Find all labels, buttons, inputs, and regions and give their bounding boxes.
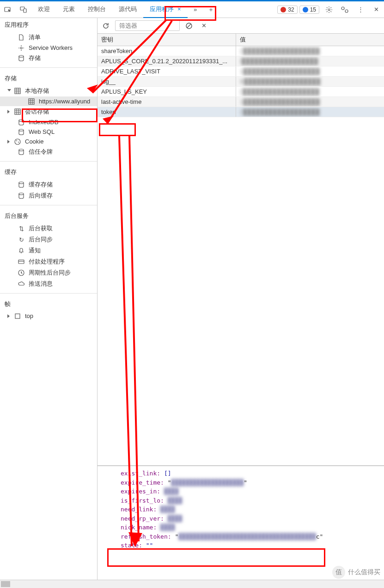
watermark-logo-icon: 值 [332, 566, 345, 579]
section-cache: 缓存 [0, 165, 97, 179]
cookie-icon [14, 138, 21, 145]
cell-key: isg__ [98, 77, 236, 86]
tab-sources[interactable]: 源代码 [112, 1, 143, 18]
detail-line: state: "" [121, 541, 379, 550]
svg-point-13 [15, 139, 20, 144]
warnings-badge[interactable]: 15 [299, 6, 319, 14]
chevron-down-icon [7, 89, 11, 93]
svg-point-4 [341, 7, 344, 10]
table-row[interactable]: shareToken{'██████████████████ [98, 46, 384, 56]
sidebar-item-cookie[interactable]: Cookie [0, 137, 97, 146]
settings-gear-icon[interactable] [321, 1, 337, 18]
document-icon [18, 34, 25, 41]
svg-point-7 [19, 55, 24, 57]
section-application: 应用程序 [0, 18, 97, 32]
gear-icon [18, 45, 25, 51]
cell-value: ['██████████████████ [236, 87, 384, 96]
sidebar-item-cache-storage[interactable]: 缓存存储 [0, 179, 97, 190]
experiments-icon[interactable] [337, 1, 353, 18]
table-row[interactable]: APLUS_LS_KEY['██████████████████ [98, 87, 384, 97]
svg-point-16 [19, 149, 24, 151]
sidebar-item-bg-sync[interactable]: ↻后台同步 [0, 234, 97, 245]
close-devtools-icon[interactable]: ✕ [368, 1, 384, 18]
svg-point-18 [19, 193, 24, 195]
svg-rect-10 [15, 109, 20, 114]
cell-key: shareToken [98, 46, 236, 56]
detail-line: expire_time: "████████████████████" [121, 478, 379, 487]
cell-value: B██████████████████ [236, 77, 384, 86]
tab-application[interactable]: 应用程序 × [143, 1, 188, 18]
tab-elements[interactable]: 元素 [56, 1, 81, 18]
frame-icon [14, 313, 21, 319]
refresh-icon: ↻ [18, 236, 25, 243]
cell-value: 1██████████████████ [236, 66, 384, 76]
sidebar-item-notifications[interactable]: 通知 [0, 245, 97, 256]
cell-value: /██████████████████ [236, 56, 384, 66]
sidebar-item-session-storage[interactable]: 会话存储 [0, 106, 97, 117]
section-frames: 帧 [0, 297, 97, 311]
kebab-menu-icon[interactable]: ⋮ [353, 1, 368, 18]
add-tab-icon[interactable]: ＋ [203, 1, 219, 18]
storage-table: 密钥 值 shareToken{'██████████████████APLUS… [98, 34, 384, 466]
sidebar-item-indexeddb[interactable]: IndexedDB [0, 117, 97, 127]
cell-key: last-active-time [98, 97, 236, 107]
bell-icon [18, 247, 25, 254]
svg-point-3 [328, 9, 330, 11]
errors-badge[interactable]: 32 [277, 6, 297, 14]
tab-close-icon[interactable]: × [177, 6, 181, 12]
sidebar-item-periodic[interactable]: 周期性后台同步 [0, 267, 97, 278]
column-header-key[interactable]: 密钥 [98, 34, 236, 46]
svg-point-11 [19, 120, 24, 121]
cloud-icon [18, 281, 25, 287]
svg-rect-21 [15, 314, 20, 318]
clear-all-button[interactable] [183, 20, 195, 31]
sidebar-item-payment[interactable]: 付款处理程序 [0, 256, 97, 267]
sidebar-item-trust-tokens[interactable]: 信任令牌 [0, 146, 97, 157]
tab-welcome[interactable]: 欢迎 [31, 1, 56, 18]
devtools-tabbar: 欢迎 元素 控制台 源代码 应用程序 × » ＋ 32 15 ⋮ ✕ [0, 1, 384, 18]
more-tabs-icon[interactable]: » [188, 1, 203, 18]
table-row[interactable]: APLUS_S_CORE_0.21.2_20220112193331_.../█… [98, 56, 384, 66]
detail-line: need_link: ████ [121, 505, 379, 514]
card-icon [18, 258, 25, 265]
svg-rect-19 [18, 260, 24, 264]
sidebar-item-bg-fetch[interactable]: ⇅后台获取 [0, 223, 97, 234]
column-header-value[interactable]: 值 [236, 34, 384, 46]
sidebar-item-back-forward-cache[interactable]: 后向缓存 [0, 190, 97, 201]
grid-icon [28, 98, 35, 105]
chevron-right-icon [7, 110, 10, 114]
table-row[interactable]: last-active-time1██████████████████ [98, 97, 384, 107]
detail-line: expires_in: ████ [121, 487, 379, 496]
svg-point-14 [16, 140, 17, 141]
table-row[interactable]: ADRIVE_LAST_VISIT1██████████████████ [98, 66, 384, 77]
sidebar-item-websql[interactable]: Web SQL [0, 127, 97, 137]
sidebar-item-push[interactable]: 推送消息 [0, 278, 97, 289]
sidebar-item-manifest[interactable]: 清单 [0, 32, 97, 43]
refresh-button[interactable] [100, 20, 111, 31]
chevron-right-icon [7, 140, 10, 144]
svg-point-15 [18, 142, 19, 143]
section-background-services: 后台服务 [0, 209, 97, 223]
table-row[interactable]: token{'██████████████████ [98, 107, 384, 117]
horizontal-scrollbar[interactable] [0, 580, 384, 588]
inspect-icon[interactable] [0, 1, 16, 18]
delete-button[interactable]: ✕ [198, 20, 209, 31]
device-toolbar-icon[interactable] [16, 1, 31, 18]
cell-key: APLUS_S_CORE_0.21.2_20220112193331_... [98, 56, 236, 66]
cell-key: APLUS_LS_KEY [98, 87, 236, 96]
table-row[interactable]: isg__B██████████████████ [98, 77, 384, 87]
svg-rect-8 [15, 88, 20, 94]
chevron-right-icon [7, 314, 10, 318]
cell-value: 1██████████████████ [236, 97, 384, 107]
filter-input[interactable] [115, 20, 180, 31]
cell-key: token [98, 107, 236, 117]
sidebar-item-top-frame[interactable]: top [0, 311, 97, 321]
sidebar-item-service-workers[interactable]: Service Workers [0, 43, 97, 53]
sidebar-item-local-storage-host[interactable]: https://www.aliyund [0, 96, 97, 106]
sidebar-item-local-storage[interactable]: 本地存储 [0, 85, 97, 96]
tab-console[interactable]: 控制台 [81, 1, 112, 18]
sidebar-item-storage-root[interactable]: 存储 [0, 53, 97, 64]
database-icon [18, 55, 25, 61]
section-storage: 存储 [0, 72, 97, 85]
svg-point-5 [345, 10, 348, 12]
